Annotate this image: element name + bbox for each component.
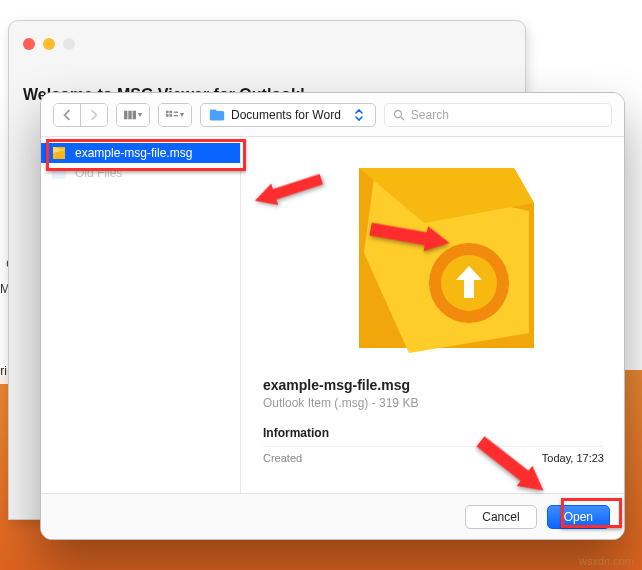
- list-item[interactable]: example-msg-file.msg: [41, 143, 240, 163]
- column-view-icon[interactable]: ▾: [117, 104, 149, 126]
- zoom-icon[interactable]: [63, 38, 75, 50]
- dialog-toolbar: ▾ ▾ Documents for Word Search: [41, 93, 624, 137]
- nav-back-forward[interactable]: [53, 103, 108, 127]
- svg-rect-6: [169, 114, 172, 117]
- svg-point-9: [394, 110, 401, 117]
- folder-icon: [51, 166, 67, 180]
- search-placeholder: Search: [411, 108, 449, 122]
- file-list[interactable]: example-msg-file.msg Old Files: [41, 137, 241, 493]
- file-name: example-msg-file.msg: [75, 146, 192, 160]
- close-icon[interactable]: [23, 38, 35, 50]
- grouping-icon[interactable]: ▾: [159, 104, 191, 126]
- minimize-icon[interactable]: [43, 38, 55, 50]
- window-titlebar: [9, 21, 525, 66]
- msg-file-icon: [51, 146, 67, 160]
- forward-button[interactable]: [80, 104, 107, 126]
- back-button[interactable]: [54, 104, 80, 126]
- preview-thumbnail: [263, 149, 604, 367]
- search-input[interactable]: Search: [384, 103, 612, 127]
- grouping-select[interactable]: ▾: [158, 103, 192, 127]
- search-icon: [393, 109, 405, 121]
- created-label: Created: [263, 452, 302, 464]
- open-button[interactable]: Open: [547, 505, 610, 529]
- folder-icon: [209, 108, 225, 122]
- cancel-button[interactable]: Cancel: [465, 505, 536, 529]
- preview-filename: example-msg-file.msg: [263, 377, 604, 393]
- svg-rect-3: [166, 110, 169, 113]
- created-value: Today, 17:23: [542, 452, 604, 464]
- svg-rect-5: [166, 114, 169, 117]
- file-name: Old Files: [75, 166, 122, 180]
- svg-rect-0: [124, 110, 127, 119]
- preview-pane: example-msg-file.msg Outlook Item (.msg)…: [241, 137, 624, 493]
- svg-rect-2: [133, 110, 136, 119]
- watermark: wsxdn.com: [579, 555, 634, 567]
- location-label: Documents for Word: [231, 108, 341, 122]
- chevron-up-down-icon: [351, 107, 367, 123]
- open-file-dialog: ▾ ▾ Documents for Word Search example-ms…: [40, 92, 625, 540]
- list-item: Old Files: [41, 163, 240, 183]
- location-popup[interactable]: Documents for Word: [200, 103, 376, 127]
- svg-rect-7: [174, 111, 178, 112]
- info-heading: Information: [263, 426, 604, 440]
- svg-rect-8: [174, 115, 178, 116]
- info-row-created: Created Today, 17:23: [263, 446, 604, 464]
- preview-subtitle: Outlook Item (.msg) - 319 KB: [263, 396, 604, 410]
- svg-rect-1: [128, 110, 131, 119]
- svg-line-10: [401, 117, 404, 120]
- dialog-footer: Cancel Open: [41, 493, 624, 539]
- svg-rect-4: [169, 110, 172, 113]
- view-mode-select[interactable]: ▾: [116, 103, 150, 127]
